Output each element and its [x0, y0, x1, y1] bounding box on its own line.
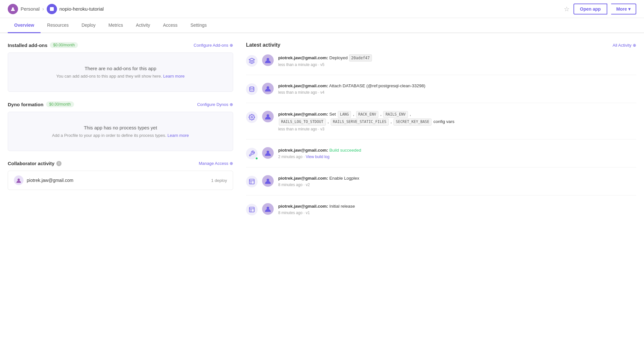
configure-addons-label: Configure Add-ons	[194, 43, 228, 48]
tab-resources[interactable]: Resources	[41, 18, 75, 33]
addons-price-badge: $0.00/month	[50, 42, 78, 48]
breadcrumb-personal[interactable]: Personal	[8, 4, 40, 14]
main-content: Installed add-ons $0.00/month Configure …	[0, 33, 644, 240]
svg-rect-9	[250, 179, 254, 184]
svg-rect-11	[250, 207, 254, 212]
configure-addons-icon: ⊕	[230, 43, 233, 48]
svg-point-2	[18, 179, 20, 181]
top-header: Personal › nopio-heroku-tutorial ☆ Open …	[0, 0, 644, 18]
svg-point-6	[251, 117, 253, 118]
config-action: Set	[329, 112, 337, 117]
svg-point-4	[250, 87, 254, 89]
configure-dynos-icon: ⊕	[230, 102, 233, 107]
svg-point-10	[267, 179, 269, 181]
config-tag-static: RAILS_SERVE_STATIC_FILES	[331, 118, 389, 125]
view-build-log-link[interactable]: View build log	[306, 155, 329, 159]
tab-deploy[interactable]: Deploy	[75, 18, 102, 33]
database-meta: less than a minute ago · v4	[278, 90, 636, 95]
initial-activity-body: piotrek.jaw@gmail.com: Initial release 8…	[278, 203, 636, 215]
config-meta: less than a minute ago · v3	[278, 127, 636, 131]
activity-item-deploy: piotrek.jaw@gmail.com: Deployed 20adef47…	[246, 54, 636, 75]
logplex-action: Enable Logplex	[329, 176, 359, 181]
config-tag-rails-env: RAILS_ENV	[383, 111, 408, 118]
dynos-learn-more-link[interactable]: Learn more	[167, 133, 189, 138]
tab-access[interactable]: Access	[156, 18, 184, 33]
breadcrumb-separator: ›	[42, 6, 44, 12]
database-activity-body: piotrek.jaw@gmail.com: Attach DATABASE (…	[278, 83, 636, 95]
more-label: More ▾	[616, 6, 630, 12]
addons-empty-title: There are no add-ons for this app	[16, 66, 225, 71]
database-action: Attach DATABASE (@ref:postgresql-clean-3…	[329, 83, 425, 88]
initial-activity-text: piotrek.jaw@gmail.com: Initial release	[278, 203, 636, 210]
dynos-header: Dyno formation $0.00/month Configure Dyn…	[8, 101, 233, 107]
initial-avatar	[262, 203, 274, 215]
dynos-empty-title: This app has no process types yet	[16, 125, 225, 130]
left-panel: Installed add-ons $0.00/month Configure …	[8, 42, 246, 231]
addons-learn-more-link[interactable]: Learn more	[163, 74, 185, 79]
activity-item-build: piotrek.jaw@gmail.com: Build succeeded 2…	[246, 147, 636, 167]
initial-email: piotrek.jaw@gmail.com:	[278, 204, 328, 209]
more-button[interactable]: More ▾	[611, 4, 636, 14]
tab-metrics[interactable]: Metrics	[102, 18, 129, 33]
database-activity-text: piotrek.jaw@gmail.com: Attach DATABASE (…	[278, 83, 636, 89]
config-comma-4: ,	[327, 119, 329, 124]
header-actions: ☆ Open app More ▾	[564, 4, 636, 14]
build-meta: 2 minutes ago · View build log	[278, 155, 636, 159]
tab-settings[interactable]: Settings	[184, 18, 213, 33]
deploy-avatar	[262, 54, 274, 66]
logplex-email: piotrek.jaw@gmail.com:	[278, 176, 328, 181]
configure-addons-link[interactable]: Configure Add-ons ⊕	[194, 43, 233, 48]
dynos-empty-sub: Add a Procfile to your app in order to d…	[16, 133, 225, 138]
collaborator-user: piotrek.jaw@gmail.com	[14, 175, 73, 185]
build-action: Build succeeded	[329, 148, 361, 153]
collaborators-header: Collaborator activity i Manage Access ⊕	[8, 161, 233, 166]
initial-meta: 8 minutes ago · v1	[278, 211, 636, 215]
build-activity-body: piotrek.jaw@gmail.com: Build succeeded 2…	[278, 147, 636, 159]
addons-title: Installed add-ons $0.00/month	[8, 42, 78, 48]
dynos-title: Dyno formation $0.00/month	[8, 101, 74, 107]
deploy-meta: less than a minute ago · v5	[278, 62, 636, 67]
favorite-icon[interactable]: ☆	[564, 5, 570, 13]
manage-access-label: Manage Access	[199, 161, 228, 166]
addons-section: Installed add-ons $0.00/month Configure …	[8, 42, 233, 92]
manage-access-icon: ⊕	[230, 161, 233, 166]
all-activity-link[interactable]: All Activity ⊕	[612, 43, 636, 48]
deploy-email: piotrek.jaw@gmail.com:	[278, 55, 328, 60]
addons-empty-box: There are no add-ons for this app You ca…	[8, 52, 233, 92]
database-avatar	[262, 83, 274, 94]
config-tag-lang: LANG	[338, 111, 351, 118]
svg-point-12	[267, 207, 269, 209]
activity-item-config: piotrek.jaw@gmail.com: Set LANG , RACK_E…	[246, 111, 636, 139]
nav-tabs: Overview Resources Deploy Metrics Activi…	[0, 18, 644, 33]
open-app-button[interactable]: Open app	[573, 4, 607, 14]
config-activity-text: piotrek.jaw@gmail.com: Set LANG , RACK_E…	[278, 111, 636, 126]
svg-point-7	[267, 114, 269, 117]
svg-point-3	[267, 58, 269, 61]
tab-overview[interactable]: Overview	[8, 18, 41, 33]
activity-item-initial: piotrek.jaw@gmail.com: Initial release 8…	[246, 203, 636, 223]
configure-dynos-link[interactable]: Configure Dynos ⊕	[197, 102, 233, 107]
build-email: piotrek.jaw@gmail.com:	[278, 148, 328, 153]
config-avatar	[262, 111, 274, 122]
database-email: piotrek.jaw@gmail.com:	[278, 83, 328, 88]
deploy-activity-body: piotrek.jaw@gmail.com: Deployed 20adef47…	[278, 54, 636, 67]
tab-activity[interactable]: Activity	[129, 18, 156, 33]
all-activity-icon: ⊕	[633, 43, 636, 48]
dynos-section: Dyno formation $0.00/month Configure Dyn…	[8, 101, 233, 151]
collaborator-avatar	[14, 175, 24, 185]
addons-title-text: Installed add-ons	[8, 42, 47, 48]
personal-label: Personal	[21, 6, 40, 12]
database-icon-wrap	[246, 83, 258, 95]
activity-title: Latest activity	[246, 42, 280, 48]
logplex-activity-body: piotrek.jaw@gmail.com: Enable Logplex 8 …	[278, 175, 636, 187]
build-success-dot	[255, 157, 258, 160]
info-icon: i	[56, 161, 62, 166]
app-breadcrumb[interactable]: nopio-heroku-tutorial	[47, 4, 104, 14]
logplex-avatar	[262, 175, 274, 187]
collaborators-title: Collaborator activity i	[8, 161, 62, 166]
activity-item-database: piotrek.jaw@gmail.com: Attach DATABASE (…	[246, 83, 636, 103]
collaborator-row: piotrek.jaw@gmail.com 1 deploy	[8, 171, 233, 190]
manage-access-link[interactable]: Manage Access ⊕	[199, 161, 233, 166]
addons-empty-sub: You can add add-ons to this app and they…	[16, 74, 225, 79]
all-activity-label: All Activity	[612, 43, 631, 48]
